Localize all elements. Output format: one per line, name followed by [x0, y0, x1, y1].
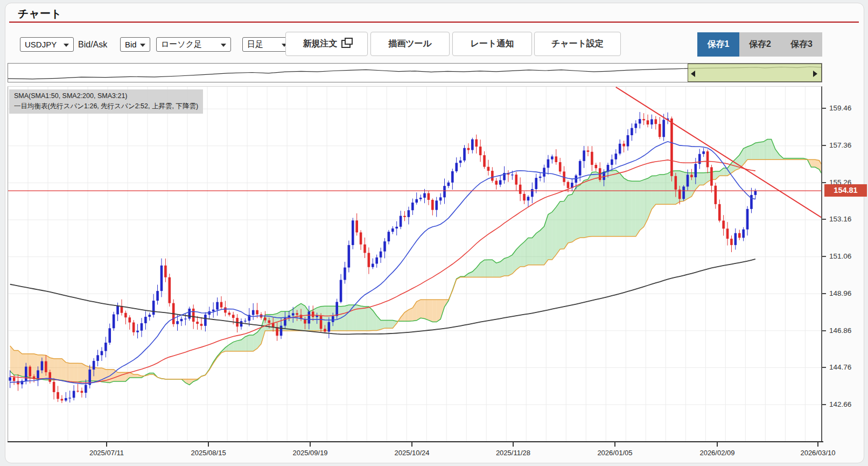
- drawing-tools-button[interactable]: 描画ツール: [370, 32, 450, 56]
- time-tick-mark: [411, 442, 412, 447]
- price-tick-mark: [822, 330, 826, 331]
- timeframe-select[interactable]: 日足: [242, 37, 292, 52]
- time-tick-mark: [717, 442, 718, 447]
- navigator-left-handle-icon[interactable]: [691, 71, 695, 77]
- chart-navigator[interactable]: [8, 63, 822, 82]
- page-title: チャート: [18, 6, 61, 21]
- time-tick-label: 2025/11/28: [484, 449, 543, 457]
- price-tick-label: 146.86: [829, 326, 862, 335]
- price-tick-mark: [822, 108, 826, 109]
- price-tick-mark: [822, 404, 826, 405]
- drawing-tools-label: 描画ツール: [388, 38, 432, 50]
- price-tick-mark: [822, 182, 826, 183]
- price-tick-label: 144.76: [829, 363, 862, 371]
- price-tick-label: 159.46: [829, 104, 862, 112]
- timeframe-value: 日足: [247, 39, 263, 50]
- chevron-down-icon: [221, 44, 226, 47]
- time-tick-mark: [208, 442, 209, 447]
- new-order-button[interactable]: 新規注文: [285, 32, 368, 56]
- chart-settings-label: チャート設定: [551, 38, 604, 50]
- price-tick-mark: [822, 256, 826, 257]
- chart-settings-button[interactable]: チャート設定: [534, 32, 621, 56]
- chart-page: チャート USDJPY Bid/Ask Bid ローソク足 日足 新規注文 描画…: [0, 0, 868, 466]
- time-tick-mark: [817, 442, 818, 447]
- time-tick-label: 2026/01/05: [585, 449, 645, 457]
- price-tick-label: 148.96: [829, 289, 862, 297]
- time-tick-label: 2026/02/09: [688, 449, 747, 457]
- time-tick-label: 2025/08/15: [179, 449, 238, 457]
- price-tick-mark: [822, 367, 826, 368]
- price-tick-mark: [822, 219, 826, 220]
- save-slot-3-button[interactable]: 保存3: [781, 32, 822, 57]
- bid-ask-label: Bid/Ask: [78, 40, 107, 50]
- bid-ask-value: Bid: [125, 40, 137, 49]
- time-axis-line: [8, 441, 823, 442]
- navigator-selection[interactable]: [688, 64, 822, 82]
- open-window-icon: [341, 40, 351, 48]
- current-price-badge: 154.81: [824, 184, 867, 197]
- rate-alert-label: レート通知: [471, 38, 514, 50]
- legend-ichimoku: 一目均衡表(先行スパン1:26, 先行スパン2:52, 上昇雲, 下降雲): [14, 101, 198, 112]
- indicator-legend: SMA(SMA1:50, SMA2:200, SMA3:21) 一目均衡表(先行…: [9, 89, 203, 114]
- price-tick-mark: [822, 145, 826, 146]
- time-tick-mark: [614, 442, 615, 447]
- currency-pair-value: USDJPY: [25, 40, 57, 49]
- price-tick-label: 157.36: [829, 141, 862, 149]
- time-tick-mark: [513, 442, 514, 447]
- price-tick-label: 151.06: [829, 252, 862, 260]
- time-tick-label: 2026/03/10: [788, 449, 848, 457]
- save-slot-1-button[interactable]: 保存1: [697, 32, 739, 57]
- new-order-label: 新規注文: [303, 38, 338, 50]
- currency-pair-select[interactable]: USDJPY: [20, 37, 74, 52]
- chart-type-value: ローソク足: [161, 39, 202, 50]
- time-tick-label: 2025/07/11: [77, 449, 136, 457]
- navigator-right-handle-icon[interactable]: [813, 71, 817, 77]
- time-tick-label: 2025/09/19: [281, 449, 340, 457]
- legend-sma: SMA(SMA1:50, SMA2:200, SMA3:21): [14, 91, 198, 101]
- rate-alert-button[interactable]: レート通知: [452, 32, 532, 56]
- price-tick-mark: [822, 293, 826, 294]
- price-tick-label: 153.16: [829, 215, 862, 223]
- main-chart[interactable]: [8, 86, 822, 442]
- chevron-down-icon: [64, 44, 69, 47]
- title-divider: [9, 22, 859, 23]
- price-tick-label: 142.66: [829, 400, 862, 408]
- bid-ask-select[interactable]: Bid: [120, 37, 150, 52]
- chevron-down-icon: [140, 44, 145, 47]
- time-tick-mark: [106, 442, 107, 447]
- save-slot-2-button[interactable]: 保存2: [739, 32, 781, 57]
- time-tick-mark: [310, 442, 311, 447]
- time-tick-label: 2025/10/24: [382, 449, 442, 457]
- chart-type-select[interactable]: ローソク足: [156, 37, 231, 52]
